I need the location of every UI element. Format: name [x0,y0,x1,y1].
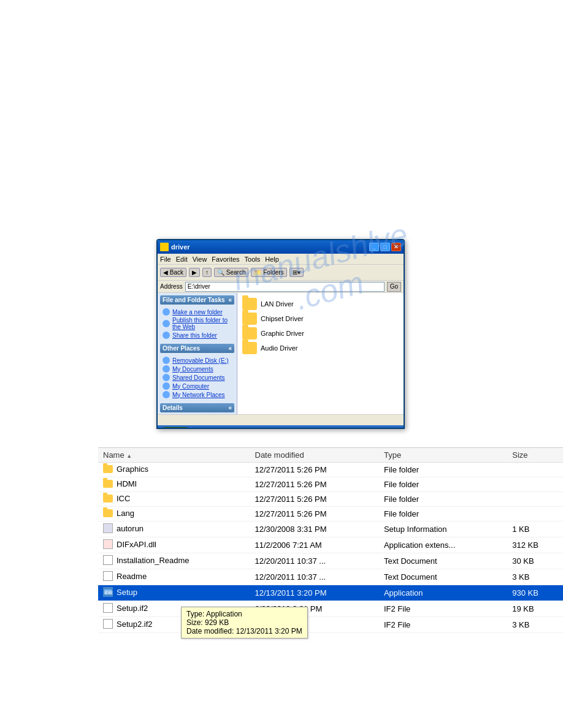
documents-icon [163,365,170,373]
details-header: Details« [160,403,234,412]
chipset-driver-folder-icon [242,313,257,325]
file-name: Setup2.if2 [117,620,153,629]
file-name: Setup.if2 [117,604,148,613]
menu-help[interactable]: Help [265,256,279,263]
menu-file[interactable]: File [160,256,171,263]
shared-documents-link[interactable]: Shared Documents [163,374,232,381]
xp-toolbar: ◀ Back ▶ ↑ 🔍 Search 📁 Folders ⊞▾ [158,265,404,281]
file-name: HDMI [117,479,137,488]
file-size-cell: 3 KB [507,617,563,633]
my-documents-link[interactable]: My Documents [163,365,232,373]
my-network-places-link[interactable]: My Network Places [163,391,232,398]
table-row[interactable]: Setup.if2 6/22/2010 2:21 PM IF2 File 19 … [98,601,563,617]
other-places-header: Other Places« [160,344,234,353]
file-name-cell: Installation_Readme [98,553,250,569]
file-date-cell: 12/27/2011 5:26 PM [250,507,379,521]
address-input[interactable] [185,282,385,292]
my-computer-link[interactable]: My Computer [163,382,232,390]
taskbar-device-manager[interactable]: Device Manager [193,428,242,429]
file-type-cell: Text Document [379,553,507,569]
menu-view[interactable]: View [193,256,207,263]
publish-folder-link[interactable]: Publish this folder to the Web [163,317,232,330]
file-name-cell: autorun [98,521,250,537]
taskbar-driver[interactable]: 📁 driver [280,428,311,429]
xp-folder-audio-driver[interactable]: Audio Driver [242,342,399,354]
share-icon [163,332,170,339]
up-button[interactable]: ↑ [202,268,212,277]
menu-tools[interactable]: Tools [245,256,261,263]
file-type-cell: File folder [379,477,507,492]
maximize-button[interactable]: □ [380,243,390,251]
col-size-header[interactable]: Size [507,448,563,463]
table-header-row: Name ▲ Date modified Type Size [98,448,563,463]
menu-edit[interactable]: Edit [176,256,188,263]
search-button[interactable]: 🔍 Search [214,268,248,277]
file-table: Name ▲ Date modified Type Size Graphics … [98,448,563,633]
table-row[interactable]: Readme 12/20/2011 10:37 ... Text Documen… [98,569,563,585]
autorun-icon [103,523,113,533]
table-row[interactable]: Lang 12/27/2011 5:26 PM File folder [98,507,563,521]
table-row[interactable]: DIFxAPI.dll 11/2/2006 7:21 AM Applicatio… [98,537,563,553]
other-places-items: Removable Disk (E:) My Documents Shared … [160,354,234,401]
file-size-cell [507,492,563,507]
views-button[interactable]: ⊞▾ [289,268,304,277]
xp-folder-lan-driver[interactable]: LAN Driver [242,298,399,310]
file-size-cell: 19 KB [507,601,563,617]
file-size-cell: 3 KB [507,569,563,585]
xp-statusbar [158,414,404,425]
file-folder-tasks-header: File and Folder Tasks« [160,295,234,305]
table-row[interactable]: ICC 12/27/2011 5:26 PM File folder [98,492,563,507]
taskbar-paint[interactable]: Dh - Paint [245,428,278,429]
computer-icon [163,382,170,390]
address-label: Address [160,283,183,290]
xp-folder-graphic-driver[interactable]: Graphic Driver [242,327,399,339]
table-row[interactable]: Setup2.if2 ... 9 2:15 PM IF2 File 3 KB [98,617,563,633]
if2-icon [103,603,113,613]
file-size-cell [507,463,563,477]
make-new-folder-link[interactable]: Make a new folder [163,308,232,316]
col-name-header[interactable]: Name ▲ [98,448,250,463]
file-name-cell: HDMI [98,477,250,492]
xp-folder-chipset-driver[interactable]: Chipset Driver [242,313,399,325]
file-type-cell: IF2 File [379,601,507,617]
table-row[interactable]: autorun 12/30/2008 3:31 PM Setup Informa… [98,521,563,537]
share-folder-link[interactable]: Share this folder [163,332,232,339]
start-button[interactable]: 🪟 start [160,427,191,429]
file-date-cell: 12/27/2011 5:26 PM [250,477,379,492]
audio-driver-folder-icon [242,342,257,354]
go-button[interactable]: Go [387,282,401,292]
svg-text:EXE: EXE [105,591,113,595]
file-name: DIFxAPI.dll [117,540,156,549]
folders-button[interactable]: 📁 Folders [251,268,286,277]
minimize-button[interactable]: _ [369,243,379,251]
close-button[interactable]: ✕ [391,243,401,251]
forward-button[interactable]: ▶ [189,268,200,277]
col-type-header[interactable]: Type [379,448,507,463]
col-date-header[interactable]: Date modified [250,448,379,463]
xp-taskbar: 🪟 start Device Manager Dh - Paint 📁 driv… [158,425,404,429]
file-type-cell: IF2 File [379,617,507,633]
back-button[interactable]: ◀ Back [160,268,186,277]
removable-disk-link[interactable]: Removable Disk (E:) [163,357,232,364]
file-name: Installation_Readme [117,556,190,565]
file-date-cell: 12/27/2011 5:26 PM [250,463,379,477]
file-name-cell: DIFxAPI.dll [98,537,250,553]
file-table-container: Name ▲ Date modified Type Size Graphics … [98,447,563,633]
table-row-setup[interactable]: EXE Setup 12/13/2011 3:20 PM Application… [98,585,563,601]
network-icon [163,391,170,398]
xp-sidebar: File and Folder Tasks« Make a new folder… [158,293,237,414]
txt-icon [103,555,113,565]
file-size-cell [507,477,563,492]
table-row[interactable]: Graphics 12/27/2011 5:26 PM File folder [98,463,563,477]
table-row[interactable]: HDMI 12/27/2011 5:26 PM File folder [98,477,563,492]
menu-favorites[interactable]: Favorites [212,256,239,263]
file-date-cell: 12/27/2011 5:26 PM [250,492,379,507]
file-type-cell: Application extens... [379,537,507,553]
tooltip-type: Type: Application [186,610,302,618]
table-row[interactable]: Installation_Readme 12/20/2011 10:37 ...… [98,553,563,569]
folder-icon [103,509,113,517]
file-size-cell [507,507,563,521]
file-size-cell: 30 KB [507,553,563,569]
file-name-cell: EXE Setup [98,585,250,601]
file-tooltip: Type: Application Size: 929 KB Date modi… [181,607,308,639]
